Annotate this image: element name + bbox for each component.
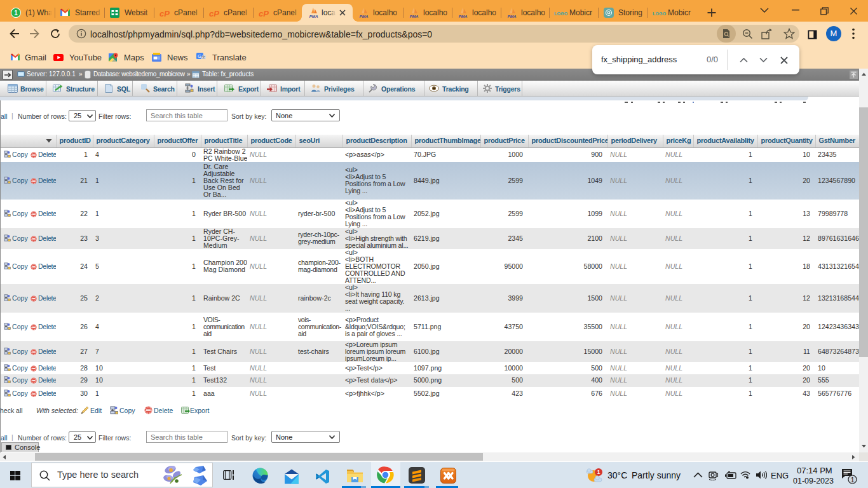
svg-text:1: 1 (14, 10, 18, 17)
svg-text:PMA: PMA (309, 14, 318, 18)
svg-text:PMA: PMA (410, 14, 419, 18)
svg-text:1: 1 (597, 469, 600, 475)
svg-text:cP: cP (259, 9, 269, 18)
svg-text:LOGO: LOGO (554, 11, 568, 16)
svg-text:LOGO: LOGO (653, 11, 667, 16)
svg-text:cP: cP (159, 9, 170, 18)
svg-text:G: G (198, 53, 201, 59)
svg-text:PMA: PMA (360, 14, 369, 18)
svg-text:1: 1 (850, 476, 854, 484)
svg-text:文: 文 (202, 55, 206, 59)
svg-text:cP: cP (209, 9, 219, 18)
svg-text:PMA: PMA (508, 14, 517, 18)
svg-text:PMA: PMA (459, 14, 468, 18)
